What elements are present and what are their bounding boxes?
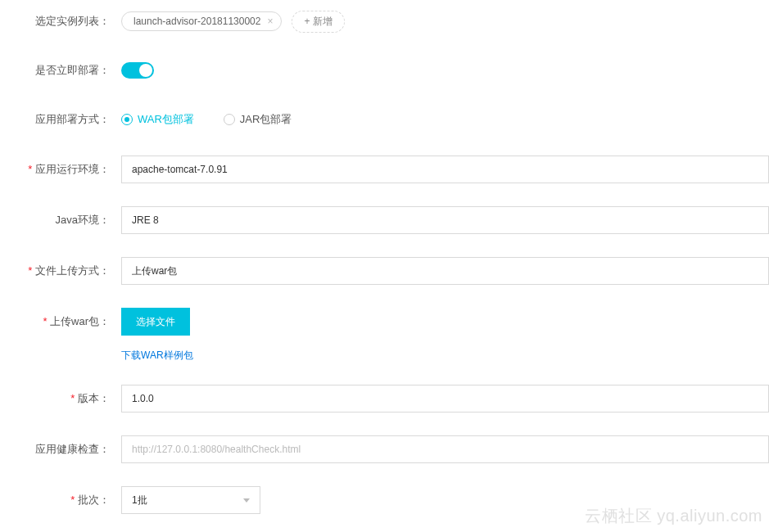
label-version: 版本： (0, 391, 121, 406)
field-instance-list: launch-advisor-20181130002 × + 新增 (121, 11, 769, 33)
field-health-check: http://127.0.0.1:8080/healthCheck.html (121, 435, 769, 463)
row-instance-list: 选定实例列表： launch-advisor-20181130002 × + 新… (0, 8, 769, 34)
field-upload-war: 选择文件 (121, 308, 769, 336)
health-check-input[interactable]: http://127.0.0.1:8080/healthCheck.html (121, 435, 769, 463)
radio-icon (224, 114, 235, 125)
deploy-now-switch[interactable] (121, 62, 154, 79)
field-deploy-now (121, 62, 769, 79)
radio-jar[interactable]: JAR包部署 (224, 112, 292, 127)
batch-value: 1批 (132, 494, 147, 507)
row-version: 版本： 1.0.0 (0, 385, 769, 413)
label-runtime-env: 应用运行环境： (0, 162, 121, 177)
label-instance-list: 选定实例列表： (0, 14, 121, 29)
row-health-check: 应用健康检查： http://127.0.0.1:8080/healthChec… (0, 435, 769, 463)
runtime-env-value: apache-tomcat-7.0.91 (132, 164, 228, 175)
version-input[interactable]: 1.0.0 (121, 385, 769, 413)
field-runtime-env: apache-tomcat-7.0.91 (121, 156, 769, 183)
version-value: 1.0.0 (132, 393, 154, 404)
field-java-env: JRE 8 (121, 206, 769, 234)
download-sample-link[interactable]: 下载WAR样例包 (121, 349, 193, 363)
radio-war[interactable]: WAR包部署 (121, 112, 194, 127)
batch-select[interactable]: 1批 (121, 486, 260, 514)
row-batch: 批次： 1批 (0, 486, 769, 514)
row-runtime-env: 应用运行环境： apache-tomcat-7.0.91 (0, 156, 769, 183)
radio-icon (121, 114, 133, 125)
add-instance-label: + 新增 (304, 15, 332, 29)
row-sample-link: 下载WAR样例包 (0, 342, 769, 368)
label-health-check: 应用健康检查： (0, 442, 121, 457)
choose-file-button[interactable]: 选择文件 (121, 308, 190, 336)
upload-method-select[interactable]: 上传war包 (121, 257, 769, 285)
field-sample-link: 下载WAR样例包 (121, 349, 769, 363)
field-batch: 1批 (121, 486, 769, 514)
row-java-env: Java环境： JRE 8 (0, 206, 769, 234)
java-env-value: JRE 8 (132, 214, 159, 226)
row-upload-war: 上传war包： 选择文件 (0, 308, 769, 336)
health-check-placeholder: http://127.0.0.1:8080/healthCheck.html (132, 444, 301, 455)
instance-tag-text: launch-advisor-20181130002 (133, 16, 260, 27)
label-deploy-now: 是否立即部署： (0, 63, 121, 78)
chevron-down-icon (243, 498, 250, 503)
upload-method-value: 上传war包 (132, 264, 177, 278)
row-deploy-now: 是否立即部署： (0, 57, 769, 83)
row-deploy-method: 应用部署方式： WAR包部署 JAR包部署 (0, 106, 769, 133)
add-instance-button[interactable]: + 新增 (292, 11, 344, 33)
label-batch: 批次： (0, 493, 121, 507)
deploy-method-radio-group: WAR包部署 JAR包部署 (121, 112, 292, 127)
field-deploy-method: WAR包部署 JAR包部署 (121, 112, 769, 127)
row-upload-method: 文件上传方式： 上传war包 (0, 257, 769, 285)
field-upload-method: 上传war包 (121, 257, 769, 285)
deployment-form: 选定实例列表： launch-advisor-20181130002 × + 新… (0, 0, 769, 532)
field-version: 1.0.0 (121, 385, 769, 413)
label-deploy-method: 应用部署方式： (0, 112, 121, 127)
java-env-select[interactable]: JRE 8 (121, 206, 769, 234)
runtime-env-select[interactable]: apache-tomcat-7.0.91 (121, 156, 769, 183)
radio-jar-label: JAR包部署 (240, 112, 292, 127)
label-upload-war: 上传war包： (0, 314, 121, 329)
radio-war-label: WAR包部署 (138, 112, 194, 127)
label-java-env: Java环境： (0, 213, 121, 228)
instance-tag[interactable]: launch-advisor-20181130002 × (121, 11, 282, 31)
close-icon[interactable]: × (267, 16, 273, 26)
label-upload-method: 文件上传方式： (0, 264, 121, 278)
